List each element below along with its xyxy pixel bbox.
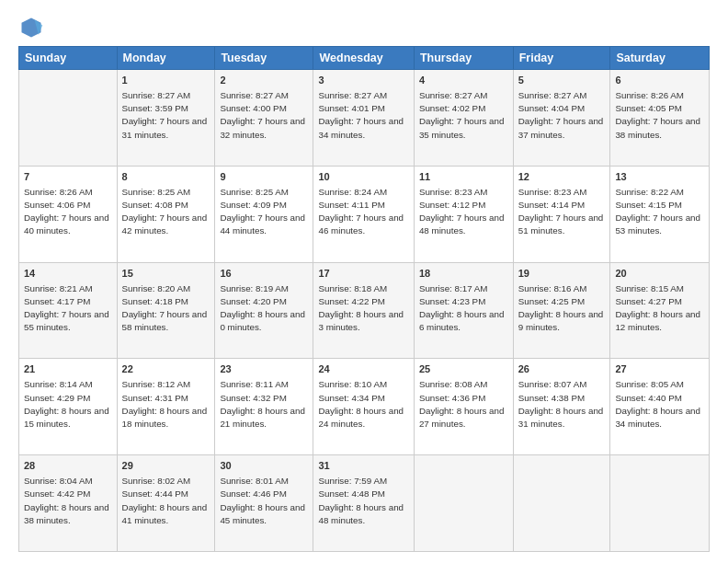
calendar-cell: 22Sunrise: 8:12 AMSunset: 4:31 PMDayligh… [117, 359, 215, 455]
day-number: 16 [220, 267, 308, 282]
calendar-cell: 5Sunrise: 8:27 AMSunset: 4:04 PMDaylight… [513, 70, 610, 167]
week-row-1: 1Sunrise: 8:27 AMSunset: 3:59 PMDaylight… [19, 70, 710, 167]
cell-details: Sunrise: 8:14 AMSunset: 4:29 PMDaylight:… [24, 378, 112, 431]
calendar-cell: 29Sunrise: 8:02 AMSunset: 4:44 PMDayligh… [117, 455, 215, 552]
calendar-cell [513, 455, 610, 552]
calendar-cell: 8Sunrise: 8:25 AMSunset: 4:08 PMDaylight… [117, 166, 215, 262]
calendar-cell: 11Sunrise: 8:23 AMSunset: 4:12 PMDayligh… [414, 166, 513, 262]
cell-details: Sunrise: 8:16 AMSunset: 4:25 PMDaylight:… [518, 282, 606, 335]
day-number: 18 [419, 267, 508, 282]
day-number: 4 [419, 74, 508, 88]
calendar-cell: 26Sunrise: 8:07 AMSunset: 4:38 PMDayligh… [513, 359, 610, 455]
calendar-cell [19, 70, 118, 167]
calendar-cell: 19Sunrise: 8:16 AMSunset: 4:25 PMDayligh… [513, 262, 610, 359]
day-number: 22 [122, 362, 210, 377]
header [18, 15, 710, 40]
cell-details: Sunrise: 8:21 AMSunset: 4:17 PMDaylight:… [24, 282, 112, 335]
calendar-cell: 9Sunrise: 8:25 AMSunset: 4:09 PMDaylight… [215, 166, 313, 262]
cell-details: Sunrise: 8:02 AMSunset: 4:44 PMDaylight:… [122, 475, 210, 527]
cell-details: Sunrise: 8:26 AMSunset: 4:05 PMDaylight:… [615, 89, 704, 142]
cell-details: Sunrise: 8:17 AMSunset: 4:23 PMDaylight:… [419, 282, 508, 335]
day-header-wednesday: Wednesday [313, 47, 414, 70]
logo-icon [18, 15, 44, 40]
cell-details: Sunrise: 8:11 AMSunset: 4:32 PMDaylight:… [220, 378, 308, 431]
day-number: 2 [220, 74, 308, 88]
day-number: 20 [615, 267, 704, 282]
day-number: 30 [220, 459, 308, 474]
calendar-table: SundayMondayTuesdayWednesdayThursdayFrid… [18, 46, 710, 552]
cell-details: Sunrise: 8:01 AMSunset: 4:46 PMDaylight:… [220, 475, 308, 527]
page: SundayMondayTuesdayWednesdayThursdayFrid… [0, 0, 728, 563]
calendar-cell: 13Sunrise: 8:22 AMSunset: 4:15 PMDayligh… [610, 166, 710, 262]
day-number: 25 [419, 362, 508, 377]
day-number: 23 [220, 362, 308, 377]
calendar-cell: 6Sunrise: 8:26 AMSunset: 4:05 PMDaylight… [610, 70, 710, 167]
calendar-cell: 17Sunrise: 8:18 AMSunset: 4:22 PMDayligh… [313, 262, 414, 359]
day-header-tuesday: Tuesday [215, 47, 313, 70]
calendar-cell: 24Sunrise: 8:10 AMSunset: 4:34 PMDayligh… [313, 359, 414, 455]
day-header-friday: Friday [513, 47, 610, 70]
calendar-cell: 25Sunrise: 8:08 AMSunset: 4:36 PMDayligh… [414, 359, 513, 455]
day-number: 9 [220, 170, 308, 185]
day-number: 28 [24, 459, 112, 474]
calendar-cell: 28Sunrise: 8:04 AMSunset: 4:42 PMDayligh… [19, 455, 118, 552]
day-number: 10 [318, 170, 408, 185]
day-number: 17 [318, 267, 408, 282]
calendar-cell: 15Sunrise: 8:20 AMSunset: 4:18 PMDayligh… [117, 262, 215, 359]
cell-details: Sunrise: 8:10 AMSunset: 4:34 PMDaylight:… [318, 378, 408, 431]
calendar-cell: 20Sunrise: 8:15 AMSunset: 4:27 PMDayligh… [610, 262, 710, 359]
calendar-cell: 10Sunrise: 8:24 AMSunset: 4:11 PMDayligh… [313, 166, 414, 262]
day-number: 11 [419, 170, 508, 185]
cell-details: Sunrise: 8:20 AMSunset: 4:18 PMDaylight:… [122, 282, 210, 335]
day-number: 15 [122, 267, 210, 282]
day-number: 24 [318, 362, 408, 377]
cell-details: Sunrise: 7:59 AMSunset: 4:48 PMDaylight:… [318, 475, 408, 527]
day-number: 14 [24, 267, 112, 282]
logo [18, 15, 48, 40]
cell-details: Sunrise: 8:26 AMSunset: 4:06 PMDaylight:… [24, 186, 112, 238]
calendar-cell: 1Sunrise: 8:27 AMSunset: 3:59 PMDaylight… [117, 70, 215, 167]
calendar-cell: 2Sunrise: 8:27 AMSunset: 4:00 PMDaylight… [215, 70, 313, 167]
day-header-saturday: Saturday [610, 47, 710, 70]
day-number: 27 [615, 362, 704, 377]
day-number: 19 [518, 267, 606, 282]
cell-details: Sunrise: 8:05 AMSunset: 4:40 PMDaylight:… [615, 378, 704, 431]
day-header-monday: Monday [117, 47, 215, 70]
day-number: 5 [518, 74, 606, 88]
cell-details: Sunrise: 8:12 AMSunset: 4:31 PMDaylight:… [122, 378, 210, 431]
cell-details: Sunrise: 8:07 AMSunset: 4:38 PMDaylight:… [518, 378, 606, 431]
calendar-cell: 4Sunrise: 8:27 AMSunset: 4:02 PMDaylight… [414, 70, 513, 167]
calendar-cell: 21Sunrise: 8:14 AMSunset: 4:29 PMDayligh… [19, 359, 118, 455]
calendar-header-row: SundayMondayTuesdayWednesdayThursdayFrid… [19, 47, 710, 70]
cell-details: Sunrise: 8:25 AMSunset: 4:09 PMDaylight:… [220, 186, 308, 238]
calendar-cell [414, 455, 513, 552]
cell-details: Sunrise: 8:27 AMSunset: 4:04 PMDaylight:… [518, 89, 606, 142]
calendar-cell: 7Sunrise: 8:26 AMSunset: 4:06 PMDaylight… [19, 166, 118, 262]
calendar-cell: 16Sunrise: 8:19 AMSunset: 4:20 PMDayligh… [215, 262, 313, 359]
calendar-cell [610, 455, 710, 552]
week-row-3: 14Sunrise: 8:21 AMSunset: 4:17 PMDayligh… [19, 262, 710, 359]
cell-details: Sunrise: 8:22 AMSunset: 4:15 PMDaylight:… [615, 186, 704, 238]
day-number: 29 [122, 459, 210, 474]
cell-details: Sunrise: 8:08 AMSunset: 4:36 PMDaylight:… [419, 378, 508, 431]
day-number: 31 [318, 459, 408, 474]
calendar-cell: 30Sunrise: 8:01 AMSunset: 4:46 PMDayligh… [215, 455, 313, 552]
week-row-5: 28Sunrise: 8:04 AMSunset: 4:42 PMDayligh… [19, 455, 710, 552]
cell-details: Sunrise: 8:04 AMSunset: 4:42 PMDaylight:… [24, 475, 112, 527]
calendar-cell: 31Sunrise: 7:59 AMSunset: 4:48 PMDayligh… [313, 455, 414, 552]
calendar-cell: 3Sunrise: 8:27 AMSunset: 4:01 PMDaylight… [313, 70, 414, 167]
week-row-2: 7Sunrise: 8:26 AMSunset: 4:06 PMDaylight… [19, 166, 710, 262]
day-number: 12 [518, 170, 606, 185]
week-row-4: 21Sunrise: 8:14 AMSunset: 4:29 PMDayligh… [19, 359, 710, 455]
day-number: 3 [318, 74, 408, 88]
day-number: 26 [518, 362, 606, 377]
calendar-cell: 18Sunrise: 8:17 AMSunset: 4:23 PMDayligh… [414, 262, 513, 359]
day-header-sunday: Sunday [19, 47, 118, 70]
cell-details: Sunrise: 8:19 AMSunset: 4:20 PMDaylight:… [220, 282, 308, 335]
cell-details: Sunrise: 8:24 AMSunset: 4:11 PMDaylight:… [318, 186, 408, 238]
day-header-thursday: Thursday [414, 47, 513, 70]
cell-details: Sunrise: 8:15 AMSunset: 4:27 PMDaylight:… [615, 282, 704, 335]
cell-details: Sunrise: 8:27 AMSunset: 4:01 PMDaylight:… [318, 89, 408, 142]
calendar-cell: 12Sunrise: 8:23 AMSunset: 4:14 PMDayligh… [513, 166, 610, 262]
day-number: 7 [24, 170, 112, 185]
